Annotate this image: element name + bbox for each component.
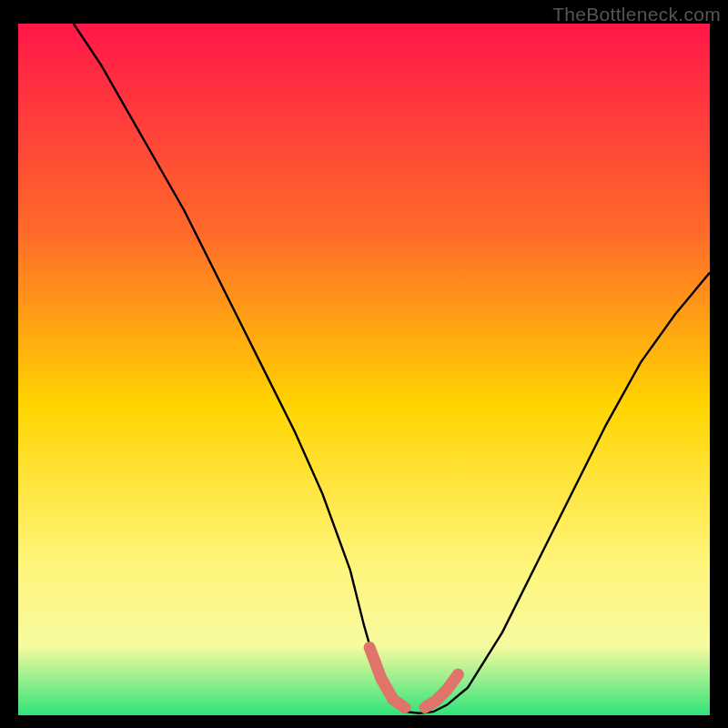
chart-stage: TheBottleneck.com [0,0,728,728]
bottleneck-chart [0,0,728,728]
watermark-text: TheBottleneck.com [552,4,721,25]
plot-background [18,24,710,715]
